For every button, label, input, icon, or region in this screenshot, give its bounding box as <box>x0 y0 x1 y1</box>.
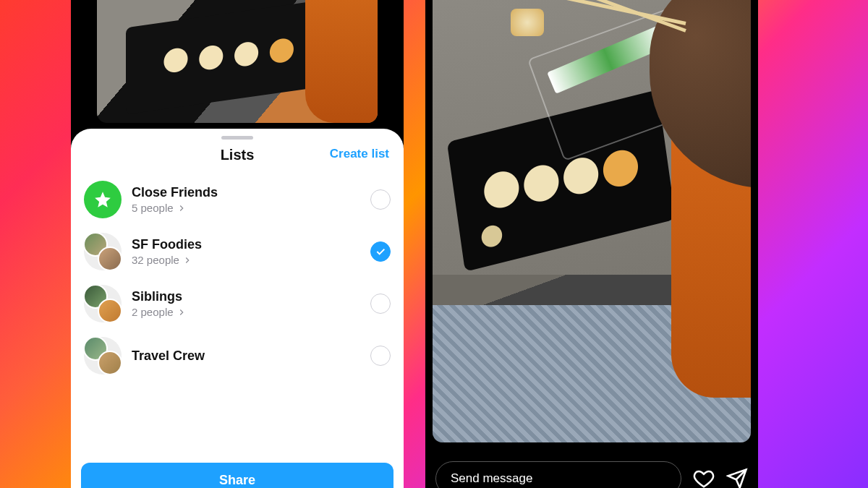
list-name: Travel Crew <box>132 348 360 364</box>
list-row-text: SF Foodies 32 people <box>132 237 360 266</box>
list-row-siblings[interactable]: Siblings 2 people <box>84 278 391 330</box>
list-row-text: Siblings 2 people <box>132 289 360 318</box>
close-friends-icon <box>84 181 122 218</box>
list-row-travel-crew[interactable]: Travel Crew <box>84 330 391 382</box>
list-count: 32 people <box>132 254 360 266</box>
chevron-right-icon <box>176 307 187 317</box>
radio-unselected[interactable] <box>370 346 391 366</box>
stacked-avatar-icon <box>84 233 122 270</box>
story-preview-image <box>97 0 378 123</box>
list-count: 2 people <box>132 306 360 318</box>
story-image[interactable] <box>433 0 751 442</box>
list-name: SF Foodies <box>132 237 360 252</box>
sushi-bite-graphic <box>511 9 544 36</box>
message-input[interactable]: Send message <box>435 461 681 488</box>
sushi-tray-graphic <box>126 1 314 115</box>
share-button[interactable] <box>726 468 748 488</box>
phone-story-view: Send message <box>425 0 758 488</box>
chevron-right-icon <box>182 255 192 265</box>
radio-unselected[interactable] <box>370 189 391 210</box>
gradient-background: Lists Create list Close Friends 5 people <box>0 0 868 488</box>
send-icon <box>726 468 748 488</box>
share-button[interactable]: Share <box>81 463 393 488</box>
list-name: Siblings <box>132 289 360 304</box>
heart-icon <box>693 468 715 488</box>
share-sheet: Lists Create list Close Friends 5 people <box>71 129 404 488</box>
phone-share-sheet: Lists Create list Close Friends 5 people <box>71 0 404 488</box>
list-row-text: Travel Crew <box>132 348 360 364</box>
sheet-grabber[interactable] <box>221 136 253 140</box>
chevron-right-icon <box>176 203 187 213</box>
star-icon <box>93 190 112 209</box>
message-placeholder: Send message <box>451 471 532 486</box>
list-row-close-friends[interactable]: Close Friends 5 people <box>84 174 391 226</box>
stacked-avatar-icon <box>84 285 122 322</box>
radio-selected[interactable] <box>370 241 391 262</box>
jacket-sleeve-graphic <box>305 0 378 123</box>
list-name: Close Friends <box>132 185 360 200</box>
stacked-avatar-icon <box>84 337 122 374</box>
list-count: 5 people <box>132 202 360 214</box>
list-row-text: Close Friends 5 people <box>132 185 360 214</box>
share-button-container: Share <box>71 455 404 488</box>
check-icon <box>375 246 386 257</box>
like-button[interactable] <box>693 468 715 488</box>
create-list-button[interactable]: Create list <box>330 147 389 161</box>
radio-unselected[interactable] <box>370 294 391 314</box>
lists-container: Close Friends 5 people SF Foodies 32 peo… <box>71 174 404 455</box>
story-reply-bar: Send message <box>435 460 748 488</box>
sheet-header: Lists Create list <box>71 144 404 174</box>
list-row-sf-foodies[interactable]: SF Foodies 32 people <box>84 226 391 278</box>
